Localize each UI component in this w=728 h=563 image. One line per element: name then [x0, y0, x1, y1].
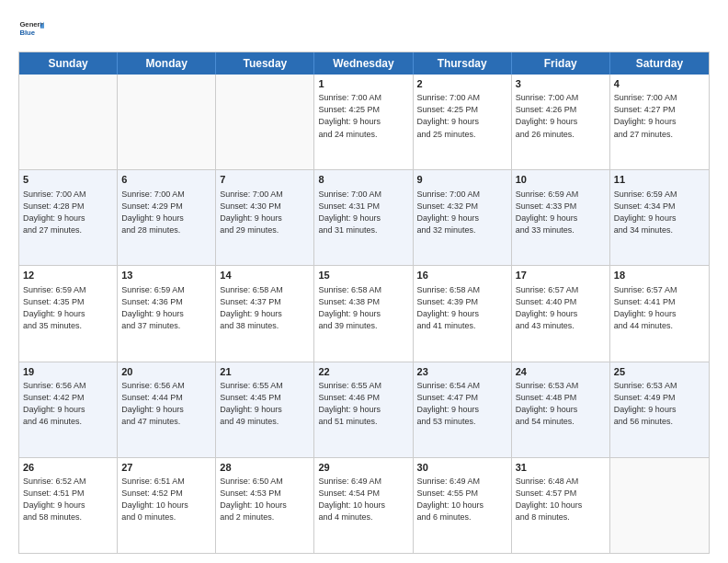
- day-cell-5: 5Sunrise: 7:00 AM Sunset: 4:28 PM Daylig…: [19, 170, 118, 265]
- day-cell-30: 30Sunrise: 6:49 AM Sunset: 4:55 PM Dayli…: [414, 458, 512, 553]
- day-cell-27: 27Sunrise: 6:51 AM Sunset: 4:52 PM Dayli…: [118, 458, 216, 553]
- day-info: Sunrise: 6:58 AM Sunset: 4:37 PM Dayligh…: [220, 284, 310, 332]
- day-cell-10: 10Sunrise: 6:59 AM Sunset: 4:33 PM Dayli…: [512, 170, 610, 265]
- day-number: 30: [417, 461, 507, 475]
- day-number: 20: [121, 365, 211, 379]
- day-info: Sunrise: 6:57 AM Sunset: 4:40 PM Dayligh…: [516, 284, 606, 332]
- day-cell-3: 3Sunrise: 7:00 AM Sunset: 4:26 PM Daylig…: [512, 75, 610, 169]
- day-info: Sunrise: 6:51 AM Sunset: 4:52 PM Dayligh…: [121, 476, 211, 523]
- day-info: Sunrise: 7:00 AM Sunset: 4:32 PM Dayligh…: [417, 189, 507, 236]
- day-header-thursday: Thursday: [414, 52, 512, 75]
- day-info: Sunrise: 6:59 AM Sunset: 4:34 PM Dayligh…: [614, 189, 705, 236]
- day-number: 24: [516, 365, 606, 379]
- day-number: 26: [23, 461, 113, 475]
- day-info: Sunrise: 6:49 AM Sunset: 4:54 PM Dayligh…: [318, 476, 408, 523]
- day-number: 7: [220, 173, 310, 187]
- svg-text:Blue: Blue: [19, 29, 35, 37]
- day-number: 6: [121, 173, 211, 187]
- day-cell-11: 11Sunrise: 6:59 AM Sunset: 4:34 PM Dayli…: [610, 170, 709, 265]
- day-number: 14: [220, 269, 310, 282]
- day-number: 15: [318, 269, 408, 282]
- day-number: 3: [516, 77, 606, 91]
- day-number: 13: [121, 269, 211, 282]
- day-cell-empty: [610, 458, 709, 553]
- day-number: 2: [417, 77, 507, 91]
- day-number: 19: [23, 365, 113, 379]
- day-number: 25: [614, 365, 705, 379]
- day-info: Sunrise: 6:52 AM Sunset: 4:51 PM Dayligh…: [23, 476, 113, 523]
- day-cell-29: 29Sunrise: 6:49 AM Sunset: 4:54 PM Dayli…: [314, 458, 413, 553]
- day-cell-18: 18Sunrise: 6:57 AM Sunset: 4:41 PM Dayli…: [610, 266, 709, 361]
- day-info: Sunrise: 6:59 AM Sunset: 4:36 PM Dayligh…: [121, 284, 211, 332]
- day-info: Sunrise: 6:56 AM Sunset: 4:42 PM Dayligh…: [23, 380, 113, 428]
- day-info: Sunrise: 6:48 AM Sunset: 4:57 PM Dayligh…: [516, 476, 606, 523]
- day-cell-17: 17Sunrise: 6:57 AM Sunset: 4:40 PM Dayli…: [512, 266, 610, 361]
- day-cell-9: 9Sunrise: 7:00 AM Sunset: 4:32 PM Daylig…: [414, 170, 512, 265]
- day-info: Sunrise: 6:50 AM Sunset: 4:53 PM Dayligh…: [220, 476, 310, 523]
- day-cell-13: 13Sunrise: 6:59 AM Sunset: 4:36 PM Dayli…: [118, 266, 216, 361]
- day-header-wednesday: Wednesday: [314, 52, 413, 75]
- day-info: Sunrise: 6:59 AM Sunset: 4:35 PM Dayligh…: [23, 284, 113, 332]
- day-header-friday: Friday: [512, 52, 610, 75]
- day-cell-12: 12Sunrise: 6:59 AM Sunset: 4:35 PM Dayli…: [19, 266, 118, 361]
- day-info: Sunrise: 6:55 AM Sunset: 4:46 PM Dayligh…: [318, 380, 408, 428]
- day-cell-7: 7Sunrise: 7:00 AM Sunset: 4:30 PM Daylig…: [216, 170, 314, 265]
- day-cell-empty: [216, 75, 314, 169]
- day-header-sunday: Sunday: [19, 52, 118, 75]
- day-info: Sunrise: 7:00 AM Sunset: 4:25 PM Dayligh…: [417, 92, 507, 140]
- day-info: Sunrise: 7:00 AM Sunset: 4:27 PM Dayligh…: [614, 92, 705, 140]
- header: General Blue: [18, 17, 710, 42]
- day-number: 21: [220, 365, 310, 379]
- day-number: 10: [516, 173, 606, 187]
- day-info: Sunrise: 6:49 AM Sunset: 4:55 PM Dayligh…: [417, 476, 507, 523]
- calendar-row-2: 5Sunrise: 7:00 AM Sunset: 4:28 PM Daylig…: [19, 169, 709, 265]
- day-cell-28: 28Sunrise: 6:50 AM Sunset: 4:53 PM Dayli…: [216, 458, 314, 553]
- page: General Blue SundayMondayTuesdayWednesda…: [0, 0, 728, 563]
- day-info: Sunrise: 7:00 AM Sunset: 4:30 PM Dayligh…: [220, 189, 310, 236]
- day-cell-4: 4Sunrise: 7:00 AM Sunset: 4:27 PM Daylig…: [610, 75, 709, 169]
- day-info: Sunrise: 6:57 AM Sunset: 4:41 PM Dayligh…: [614, 284, 705, 332]
- day-cell-8: 8Sunrise: 7:00 AM Sunset: 4:31 PM Daylig…: [314, 170, 413, 265]
- day-info: Sunrise: 6:58 AM Sunset: 4:39 PM Dayligh…: [417, 284, 507, 332]
- day-number: 27: [121, 461, 211, 475]
- day-cell-24: 24Sunrise: 6:53 AM Sunset: 4:48 PM Dayli…: [512, 362, 610, 457]
- calendar-row-1: 1Sunrise: 7:00 AM Sunset: 4:25 PM Daylig…: [19, 75, 709, 169]
- day-cell-15: 15Sunrise: 6:58 AM Sunset: 4:38 PM Dayli…: [314, 266, 413, 361]
- logo-icon: General Blue: [18, 17, 44, 42]
- day-cell-23: 23Sunrise: 6:54 AM Sunset: 4:47 PM Dayli…: [414, 362, 512, 457]
- day-header-tuesday: Tuesday: [216, 52, 314, 75]
- day-cell-22: 22Sunrise: 6:55 AM Sunset: 4:46 PM Dayli…: [314, 362, 413, 457]
- day-number: 5: [23, 173, 113, 187]
- day-number: 22: [318, 365, 408, 379]
- day-cell-21: 21Sunrise: 6:55 AM Sunset: 4:45 PM Dayli…: [216, 362, 314, 457]
- day-info: Sunrise: 7:00 AM Sunset: 4:31 PM Dayligh…: [318, 189, 408, 236]
- day-number: 4: [614, 77, 705, 91]
- day-number: 8: [318, 173, 408, 187]
- logo: General Blue: [18, 17, 44, 42]
- day-cell-empty: [19, 75, 118, 169]
- day-info: Sunrise: 6:53 AM Sunset: 4:48 PM Dayligh…: [516, 380, 606, 428]
- day-headers: SundayMondayTuesdayWednesdayThursdayFrid…: [19, 52, 709, 75]
- calendar-row-5: 26Sunrise: 6:52 AM Sunset: 4:51 PM Dayli…: [19, 457, 709, 553]
- day-info: Sunrise: 6:54 AM Sunset: 4:47 PM Dayligh…: [417, 380, 507, 428]
- day-cell-1: 1Sunrise: 7:00 AM Sunset: 4:25 PM Daylig…: [314, 75, 413, 169]
- day-number: 11: [614, 173, 705, 187]
- day-info: Sunrise: 7:00 AM Sunset: 4:28 PM Dayligh…: [23, 189, 113, 236]
- day-number: 23: [417, 365, 507, 379]
- day-number: 17: [516, 269, 606, 282]
- day-info: Sunrise: 6:59 AM Sunset: 4:33 PM Dayligh…: [516, 189, 606, 236]
- day-cell-14: 14Sunrise: 6:58 AM Sunset: 4:37 PM Dayli…: [216, 266, 314, 361]
- day-info: Sunrise: 6:56 AM Sunset: 4:44 PM Dayligh…: [121, 380, 211, 428]
- day-header-saturday: Saturday: [610, 52, 709, 75]
- day-cell-25: 25Sunrise: 6:53 AM Sunset: 4:49 PM Dayli…: [610, 362, 709, 457]
- day-cell-6: 6Sunrise: 7:00 AM Sunset: 4:29 PM Daylig…: [118, 170, 216, 265]
- day-cell-19: 19Sunrise: 6:56 AM Sunset: 4:42 PM Dayli…: [19, 362, 118, 457]
- day-info: Sunrise: 6:53 AM Sunset: 4:49 PM Dayligh…: [614, 380, 705, 428]
- day-cell-2: 2Sunrise: 7:00 AM Sunset: 4:25 PM Daylig…: [414, 75, 512, 169]
- day-cell-16: 16Sunrise: 6:58 AM Sunset: 4:39 PM Dayli…: [414, 266, 512, 361]
- calendar-row-3: 12Sunrise: 6:59 AM Sunset: 4:35 PM Dayli…: [19, 265, 709, 361]
- day-info: Sunrise: 7:00 AM Sunset: 4:29 PM Dayligh…: [121, 189, 211, 236]
- day-cell-31: 31Sunrise: 6:48 AM Sunset: 4:57 PM Dayli…: [512, 458, 610, 553]
- day-number: 1: [318, 77, 408, 91]
- calendar: SundayMondayTuesdayWednesdayThursdayFrid…: [18, 52, 710, 554]
